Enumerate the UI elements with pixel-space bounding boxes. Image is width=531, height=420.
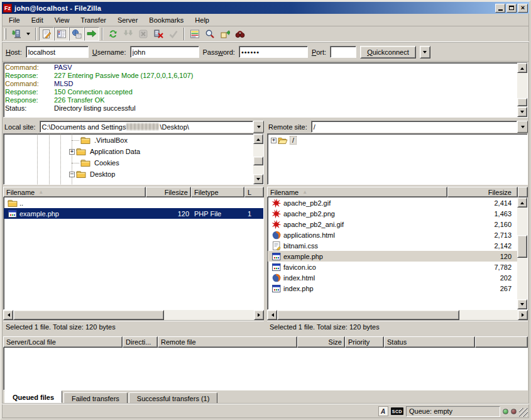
menu-view[interactable]: View (49, 14, 75, 26)
scroll-up-button[interactable] (253, 134, 263, 144)
minimize-button[interactable] (495, 4, 505, 13)
menu-help[interactable]: Help (189, 14, 215, 26)
refresh-button[interactable] (106, 27, 121, 41)
remote-site-combo[interactable]: / (311, 121, 528, 133)
menu-bookmarks[interactable]: Bookmarks (143, 14, 189, 26)
menu-edit[interactable]: Edit (26, 14, 49, 26)
file-name: favicon.ico (283, 263, 316, 271)
tab-queued-files[interactable]: Queued files (4, 390, 62, 403)
expand-plus-icon[interactable] (271, 138, 276, 143)
collapse-minus-icon[interactable] (69, 172, 75, 177)
site-manager-dropdown-button[interactable] (24, 27, 33, 41)
process-queue-button[interactable] (121, 27, 136, 41)
file-row-selected[interactable]: example.php 120 PHP File 1 (4, 208, 263, 219)
local-site-combo[interactable]: C:\Documents and Settings\Desktop\ (40, 121, 264, 133)
local-pane: Local site: C:\Documents and Settings\De… (3, 121, 264, 333)
scroll-down-button[interactable] (253, 174, 263, 184)
port-input[interactable] (330, 46, 356, 58)
toolbar-grip[interactable] (4, 28, 6, 40)
file-row[interactable]: index.php 267 (268, 283, 517, 294)
file-row-selected[interactable]: example.php 120 (268, 251, 517, 262)
filename-filters-button[interactable] (233, 27, 248, 41)
disconnect-button[interactable] (151, 27, 166, 41)
verify-button[interactable] (166, 27, 181, 41)
scroll-thumb[interactable] (277, 310, 459, 320)
local-list-hscrollbar[interactable] (3, 310, 264, 320)
password-input[interactable] (239, 46, 308, 58)
scroll-down-button[interactable] (517, 299, 527, 309)
file-row-parent-dir[interactable]: .. (4, 197, 263, 208)
file-row[interactable]: index.html 202 (268, 272, 517, 283)
menu-transfer[interactable]: Transfer (75, 14, 112, 26)
local-tree-scrollbar[interactable] (253, 134, 263, 184)
activity-led-green-icon (503, 409, 508, 414)
column-header-priority[interactable]: Priority (345, 336, 384, 348)
scroll-right-button[interactable] (518, 310, 528, 320)
column-header-filename[interactable]: Filename▲ (267, 187, 447, 197)
toggle-local-tree-button[interactable] (54, 27, 69, 41)
scroll-right-button[interactable] (254, 310, 264, 320)
file-row[interactable]: apache_pb2.gif 2,414 (268, 197, 517, 208)
remote-list-hscrollbar[interactable] (267, 310, 528, 320)
remote-path-dropdown-button[interactable] (517, 121, 528, 133)
tree-item[interactable]: Desktop (4, 169, 253, 180)
tab-successful-transfers[interactable]: Successful transfers (1) (129, 392, 218, 403)
title-bar[interactable]: Fz john@localhost - FileZilla × (2, 2, 529, 14)
remote-list-scrollbar[interactable] (517, 197, 527, 309)
column-header-server-local-file[interactable]: Server/Local file (3, 336, 123, 348)
expand-plus-icon[interactable] (69, 149, 75, 155)
file-row[interactable]: apache_pb2.png 1,463 (268, 208, 517, 219)
scroll-left-button[interactable] (267, 310, 277, 320)
menu-server[interactable]: Server (112, 14, 143, 26)
toggle-message-log-button[interactable] (39, 27, 54, 41)
resize-grip[interactable] (519, 408, 528, 417)
scroll-down-button[interactable] (517, 107, 527, 117)
queue-body[interactable] (3, 348, 528, 390)
column-header-size[interactable]: Size (297, 336, 345, 348)
maximize-button[interactable] (506, 4, 517, 13)
find-files-button[interactable] (202, 27, 217, 41)
column-header-remote-file[interactable]: Remote file (158, 336, 297, 348)
remote-path-field[interactable]: / (311, 121, 517, 133)
username-input[interactable] (130, 46, 199, 58)
scroll-left-button[interactable] (3, 310, 13, 320)
directory-comparison-button[interactable] (187, 27, 202, 41)
file-row[interactable]: applications.html 2,713 (268, 229, 517, 240)
local-path-field[interactable]: C:\Documents and Settings\Desktop\ (40, 121, 253, 133)
quickconnect-dropdown-button[interactable] (420, 46, 430, 58)
tree-item[interactable]: Application Data (4, 146, 253, 157)
scroll-thumb[interactable] (253, 157, 263, 165)
cancel-operation-button[interactable] (136, 27, 151, 41)
toggle-remote-tree-icon (72, 29, 82, 39)
site-manager-button[interactable] (9, 27, 24, 41)
close-button[interactable]: × (518, 4, 528, 13)
column-header-last-modified[interactable]: L (244, 187, 264, 197)
toggle-transfer-queue-button[interactable] (84, 27, 99, 41)
remote-pane: Remote site: / / Filename▲ Fil (267, 121, 528, 333)
column-header-filesize[interactable]: Filesize (447, 187, 518, 197)
scroll-thumb[interactable] (517, 235, 527, 258)
local-path-dropdown-button[interactable] (253, 121, 264, 133)
tree-item[interactable]: Cookies (4, 157, 253, 169)
column-header-filename[interactable]: Filename▲ (3, 187, 146, 197)
host-input[interactable] (26, 46, 89, 58)
file-row[interactable]: apache_pb2_ani.gif 2,160 (268, 219, 517, 229)
tab-failed-transfers[interactable]: Failed transfers (63, 392, 128, 403)
tree-item[interactable]: / (268, 135, 527, 146)
column-header-filesize[interactable]: Filesize (146, 187, 191, 197)
file-row[interactable]: bitnami.css 2,142 (268, 240, 517, 251)
toggle-remote-tree-button[interactable] (69, 27, 84, 41)
column-header-filetype[interactable]: Filetype (191, 187, 244, 197)
quickconnect-button[interactable]: Quickconnect (360, 46, 416, 58)
tree-item[interactable]: .VirtualBox (4, 135, 253, 146)
log-scrollbar[interactable] (517, 63, 527, 117)
synchronized-browsing-button[interactable] (217, 27, 233, 41)
scroll-thumb[interactable] (517, 98, 527, 106)
scroll-up-button[interactable] (517, 197, 527, 207)
scroll-up-button[interactable] (517, 63, 527, 73)
scroll-thumb[interactable] (13, 310, 164, 320)
file-row[interactable]: favicon.ico 7,782 (268, 262, 517, 272)
column-header-direction[interactable]: Directi... (123, 336, 158, 348)
menu-file[interactable]: File (3, 14, 26, 26)
column-header-status[interactable]: Status (384, 336, 475, 348)
